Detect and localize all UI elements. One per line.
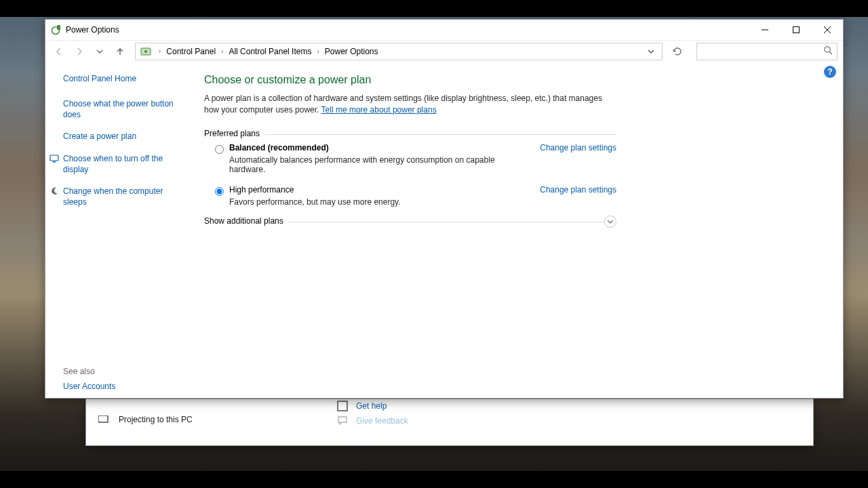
plan-name[interactable]: High performance [229,185,530,195]
sidebar-home-link[interactable]: Control Panel Home [63,74,182,83]
sidebar: Control Panel Home Choose what the power… [45,62,192,398]
projecting-icon [98,414,109,425]
nav-recent-dropdown[interactable] [92,43,108,60]
see-also-label: See also [63,367,182,376]
plan-desc: Automatically balances performance with … [229,155,530,174]
tell-me-more-link[interactable]: Tell me more about power plans [321,105,437,115]
bg-link-label: Give feedback [356,416,408,426]
app-icon [51,24,62,35]
feedback-icon [337,415,348,426]
show-additional-plans[interactable]: Show additional plans [204,222,616,233]
page-title: Choose or customize a power plan [204,74,816,86]
plan-row-high-performance: High performance Favors performance, but… [204,177,616,209]
window-body: ? Control Panel Home Choose what the pow… [45,62,843,398]
additional-plans-label: Show additional plans [204,216,289,226]
plan-desc: Favors performance, but may use more ene… [229,197,530,207]
svg-rect-2 [338,401,347,411]
chevron-right-icon: › [313,47,323,55]
titlebar: Power Options [45,20,843,40]
sleep-icon [50,186,59,196]
search-input[interactable] [701,47,823,56]
maximize-button[interactable] [781,20,812,40]
main-content: Choose or customize a power plan A power… [192,62,843,398]
plan-radio-balanced[interactable] [215,145,224,154]
refresh-button[interactable] [669,43,686,60]
crumb-control-panel[interactable]: Control Panel [165,45,217,58]
bg-link-give-feedback[interactable]: Give feedback [337,415,408,426]
sidebar-link-create-plan[interactable]: Create a power plan [63,131,182,142]
plan-radio-high-performance[interactable] [215,187,224,196]
chevron-right-icon: › [217,47,227,55]
nav-row: › Control Panel › All Control Panel Item… [45,40,843,62]
letterbox-bottom [0,471,868,488]
breadcrumb[interactable]: › Control Panel › All Control Panel Item… [135,43,663,60]
letterbox-top [0,0,868,17]
svg-rect-4 [57,25,60,30]
minimize-button[interactable] [749,20,781,40]
power-options-window: Power Options [45,19,844,399]
expand-button[interactable] [604,216,616,228]
sidebar-link-power-button[interactable]: Choose what the power button does [63,98,182,120]
bg-left-item-label[interactable]: Projecting to this PC [119,415,193,424]
background-window: Projecting to this PC Get help Give feed… [85,399,814,446]
search-box[interactable] [696,43,837,60]
chevron-right-icon: › [155,47,165,55]
nav-forward-button[interactable] [71,43,87,60]
change-plan-settings-link[interactable]: Change plan settings [530,143,616,152]
svg-point-9 [825,47,830,52]
close-button[interactable] [812,20,843,40]
svg-rect-6 [793,27,800,33]
sidebar-link-label: Choose when to turn off the display [63,154,163,174]
chevron-down-icon [607,218,614,225]
control-panel-icon [140,45,152,58]
breadcrumb-dropdown[interactable] [643,43,659,60]
sidebar-link-label: Change when the computer sleeps [63,186,163,207]
preferred-plans-label: Preferred plans [204,129,265,138]
svg-rect-11 [53,161,56,163]
crumb-all-items[interactable]: All Control Panel Items [227,45,313,58]
svg-rect-5 [762,30,768,30]
crumb-power-options[interactable]: Power Options [323,45,380,58]
sidebar-link-label: Choose what the power button does [63,99,174,119]
svg-rect-10 [50,155,58,161]
help-icon [337,401,348,411]
sidebar-link-sleep[interactable]: Change when the computer sleeps [63,186,182,207]
bg-link-label: Get help [356,401,387,411]
change-plan-settings-link[interactable]: Change plan settings [530,185,616,195]
bg-link-get-help[interactable]: Get help [337,401,408,411]
page-description: A power plan is a collection of hardware… [204,93,618,117]
nav-up-button[interactable] [112,43,128,60]
plan-row-balanced: Balanced (recommended) Automatically bal… [204,135,616,177]
nav-back-button[interactable] [51,43,67,60]
display-icon [50,154,59,163]
svg-point-8 [144,50,147,53]
sidebar-link-label: Create a power plan [63,131,136,141]
plan-name[interactable]: Balanced (recommended) [229,143,530,152]
svg-rect-0 [98,415,108,422]
sidebar-link-display-off[interactable]: Choose when to turn off the display [63,153,182,175]
see-also-user-accounts[interactable]: User Accounts [63,382,182,391]
search-icon [823,45,833,57]
window-title: Power Options [66,25,119,35]
